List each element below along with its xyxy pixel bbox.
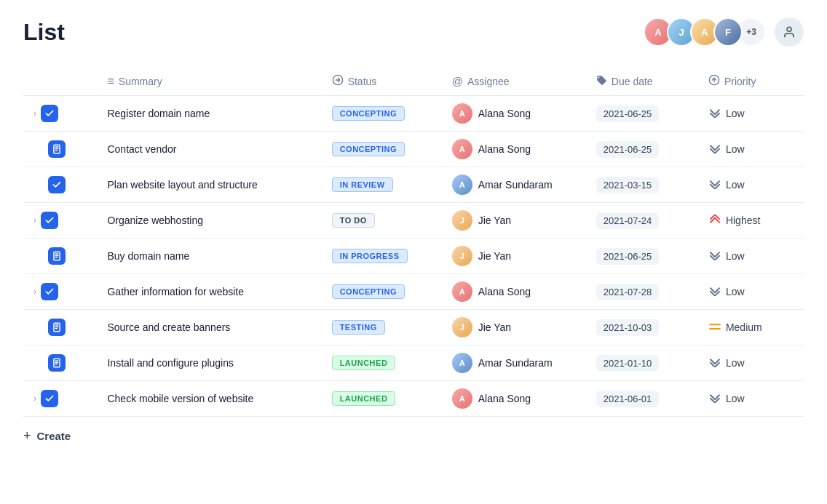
status-badge[interactable]: TO DO <box>332 213 375 228</box>
header-right: A J A F +3 <box>644 17 804 47</box>
due-date-badge: 2021-06-25 <box>596 105 660 122</box>
status-badge[interactable]: CONCEPTING <box>332 142 405 156</box>
priority-label: Highest <box>726 215 760 226</box>
assignee-name: Jie Yan <box>478 321 511 333</box>
priority-value: Highest <box>708 215 795 227</box>
row-controls: › <box>23 96 98 132</box>
expand-button[interactable]: › <box>32 214 38 227</box>
col-header-status: Status <box>323 67 443 96</box>
table-row: Install and configure pluginsLAUNCHED A … <box>23 345 804 381</box>
create-row[interactable]: + Create <box>23 417 804 447</box>
priority-value: Low <box>708 286 795 298</box>
col-header-duedate: Due date <box>587 67 700 96</box>
status-cell[interactable]: IN REVIEW <box>323 167 443 203</box>
priority-icon <box>708 143 721 156</box>
priority-value: Low <box>708 393 795 405</box>
row-controls: › <box>23 274 98 310</box>
assignee-avatar-inner: J <box>452 317 472 337</box>
col-header-priority: Priority <box>700 67 804 96</box>
expand-button[interactable]: › <box>32 107 38 120</box>
assignee-cell: J Jie Yan <box>443 310 587 345</box>
due-date-cell: 2021-07-28 <box>587 274 700 310</box>
status-col-label: Status <box>348 76 377 87</box>
status-cell[interactable]: LAUNCHED <box>323 381 443 417</box>
status-cell[interactable]: CONCEPTING <box>323 132 443 167</box>
task-icon <box>48 176 66 193</box>
avatar-4[interactable]: F <box>713 17 743 47</box>
status-cell[interactable]: TO DO <box>323 203 443 239</box>
status-badge[interactable]: TESTING <box>332 320 385 335</box>
create-icon: + <box>23 428 31 444</box>
assignee-avatar: J <box>452 317 472 337</box>
priority-icon <box>708 250 721 263</box>
task-icon <box>41 390 58 407</box>
status-badge[interactable]: CONCEPTING <box>332 106 405 121</box>
expand-button[interactable]: › <box>32 392 38 405</box>
task-name: Organize webhosting <box>107 215 203 226</box>
table-row: Buy domain nameIN PROGRESS J Jie Yan 202… <box>23 239 804 274</box>
task-name-cell: Gather information for website <box>98 274 323 310</box>
status-badge[interactable]: IN REVIEW <box>332 177 393 192</box>
row-controls <box>23 310 98 345</box>
assignee-cell: J Jie Yan <box>443 203 587 239</box>
status-cell[interactable]: CONCEPTING <box>323 274 443 310</box>
expand-button[interactable]: › <box>32 285 38 298</box>
priority-label: Low <box>726 179 745 191</box>
priority-value: Medium <box>708 321 795 333</box>
priority-icon <box>708 357 721 369</box>
assignee-avatar: A <box>452 388 472 409</box>
due-date-cell: 2021-06-25 <box>587 96 700 132</box>
status-cell[interactable]: LAUNCHED <box>323 345 443 381</box>
priority-value: Low <box>708 179 795 191</box>
priority-cell: Low <box>700 345 804 381</box>
table-header-row: ≡ Summary Status @ Assignee <box>23 67 804 96</box>
task-name-cell: Install and configure plugins <box>98 345 323 381</box>
status-cell[interactable]: CONCEPTING <box>323 96 443 132</box>
assignee-cell: J Jie Yan <box>443 239 587 274</box>
add-user-button[interactable] <box>775 17 804 47</box>
assignee-col-icon: @ <box>452 75 463 87</box>
task-name-cell: Check mobile version of website <box>98 381 323 417</box>
priority-label: Low <box>726 143 745 155</box>
status-cell[interactable]: IN PROGRESS <box>323 239 443 274</box>
task-table: ≡ Summary Status @ Assignee <box>23 67 804 417</box>
row-controls <box>23 239 98 274</box>
due-date-cell: 2021-06-25 <box>587 132 700 167</box>
priority-label: Low <box>726 108 745 119</box>
priority-label: Low <box>726 393 745 404</box>
priority-cell: Low <box>700 132 804 167</box>
task-name: Buy domain name <box>107 250 189 262</box>
assignee-avatar: A <box>452 353 472 373</box>
table-row: › Register domain nameCONCEPTING A Alana… <box>23 96 804 132</box>
task-name-cell: Source and create banners <box>98 310 323 345</box>
assignee-cell: A Alana Song <box>443 274 587 310</box>
status-badge[interactable]: LAUNCHED <box>332 356 396 370</box>
priority-cell: Low <box>700 239 804 274</box>
status-col-icon <box>332 74 344 88</box>
row-controls: › <box>23 381 98 417</box>
assignee-avatar: A <box>452 103 472 124</box>
priority-icon <box>708 286 721 298</box>
due-date-badge: 2021-07-24 <box>596 212 660 229</box>
col-header-summary: ≡ Summary <box>98 67 323 96</box>
assignee-avatar-inner: A <box>452 388 472 409</box>
due-date-badge: 2021-06-01 <box>596 391 660 407</box>
table-row: › Check mobile version of websiteLAUNCHE… <box>23 381 804 417</box>
status-badge[interactable]: LAUNCHED <box>332 391 396 406</box>
task-name-cell: Organize webhosting <box>98 203 323 239</box>
table-row: Source and create bannersTESTING J Jie Y… <box>23 310 804 345</box>
assignee-cell: A Alana Song <box>443 96 587 132</box>
status-badge[interactable]: IN PROGRESS <box>332 249 408 263</box>
assignee-name: Alana Song <box>478 393 531 404</box>
status-badge[interactable]: CONCEPTING <box>332 284 405 299</box>
priority-icon <box>708 321 721 333</box>
assignee-avatar: J <box>452 210 472 231</box>
duedate-col-label: Due date <box>612 76 653 87</box>
status-cell[interactable]: TESTING <box>323 310 443 345</box>
col-header-controls <box>23 67 98 96</box>
task-icon <box>48 247 66 265</box>
row-controls: › <box>23 203 98 239</box>
priority-cell: Highest <box>700 203 804 239</box>
due-date-cell: 2021-07-24 <box>587 203 700 239</box>
due-date-cell: 2021-06-25 <box>587 239 700 274</box>
